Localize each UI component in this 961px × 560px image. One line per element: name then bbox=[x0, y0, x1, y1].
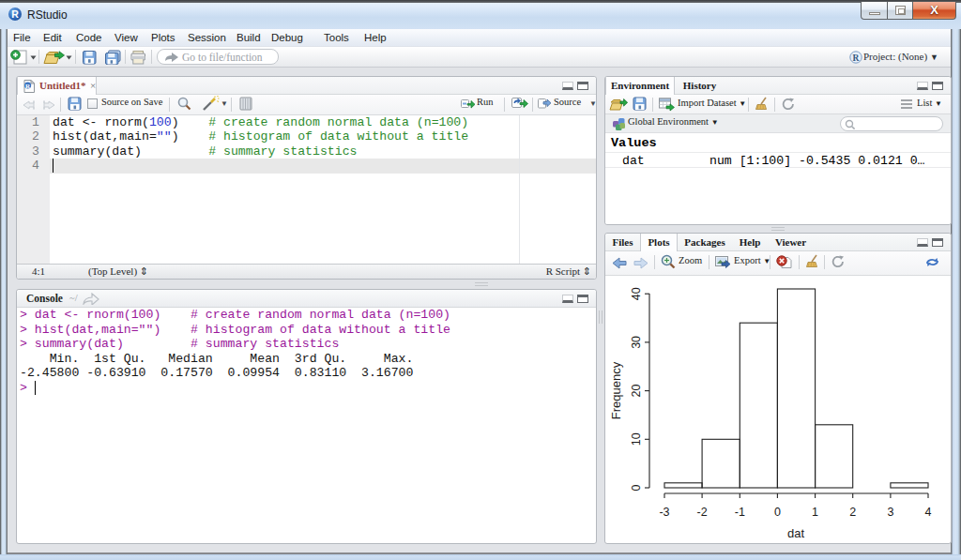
svg-text:R: R bbox=[853, 53, 860, 63]
svg-text:30: 30 bbox=[630, 336, 643, 349]
svg-text:0: 0 bbox=[774, 506, 781, 519]
svg-text:10: 10 bbox=[630, 432, 643, 446]
svg-text:-3: -3 bbox=[659, 506, 669, 519]
svg-text:3: 3 bbox=[887, 506, 893, 519]
svg-text:-1: -1 bbox=[735, 506, 745, 519]
svg-text:Frequency: Frequency bbox=[609, 361, 623, 419]
svg-text:20: 20 bbox=[630, 385, 643, 398]
svg-text:2: 2 bbox=[849, 506, 856, 519]
svg-text:40: 40 bbox=[630, 287, 643, 300]
svg-text:dat: dat bbox=[787, 526, 804, 540]
svg-text:1: 1 bbox=[812, 506, 818, 519]
svg-text:0: 0 bbox=[630, 484, 643, 491]
svg-text:4: 4 bbox=[925, 506, 932, 519]
svg-text:-2: -2 bbox=[697, 506, 708, 519]
